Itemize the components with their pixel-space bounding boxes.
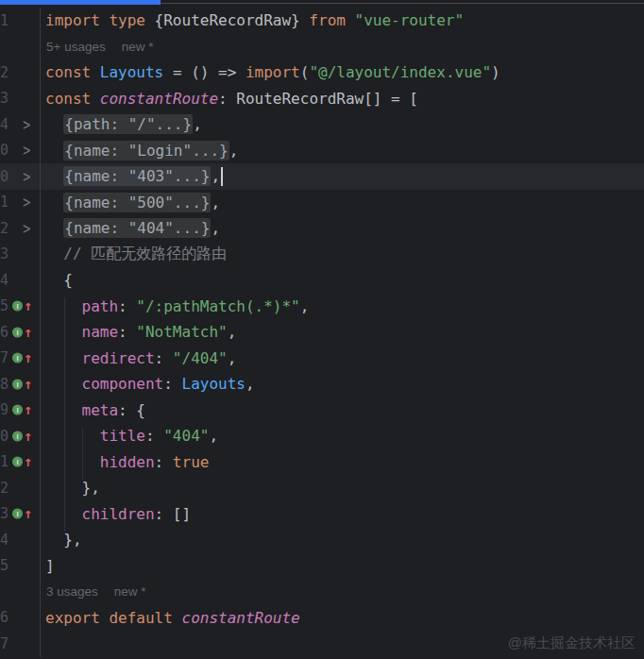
line-number[interactable]: 42 xyxy=(0,220,8,237)
code-line[interactable]: import type {RouteRecordRaw} from "vue-r… xyxy=(41,8,464,34)
usages-hint[interactable]: 5+ usages xyxy=(46,40,106,54)
override-gutter-icon[interactable]: I↑ xyxy=(12,405,32,415)
code-token: export xyxy=(45,609,100,627)
fold-arrow-icon[interactable]: > xyxy=(23,114,30,133)
line-number[interactable]: 59 xyxy=(0,401,8,418)
editor-line: 66export default constantRoute xyxy=(0,605,644,632)
editor-line: 57I↑ redirect: "/404", xyxy=(0,346,644,372)
override-gutter-icon[interactable]: I↑ xyxy=(12,353,32,363)
code-token xyxy=(45,219,63,237)
code-line[interactable]: title: "404", xyxy=(41,423,218,449)
folded-region[interactable]: {name: "Login"...} xyxy=(63,141,229,161)
override-gutter-icon[interactable]: I↑ xyxy=(12,457,32,467)
code-token: const xyxy=(45,63,91,81)
line-number[interactable]: 2 xyxy=(0,64,8,81)
folded-region[interactable]: {name: "500"...} xyxy=(63,193,211,212)
code-token: , xyxy=(211,194,220,211)
fold-arrow-icon[interactable]: > xyxy=(23,218,30,237)
code-token: }, xyxy=(45,531,82,549)
line-number[interactable]: 57 xyxy=(0,349,8,366)
code-line[interactable]: const Layouts = () => import("@/layout/i… xyxy=(41,59,500,86)
folded-region[interactable]: {name: "403"...} xyxy=(63,166,211,186)
line-number[interactable]: 55 xyxy=(0,297,8,314)
implemented-icon: I xyxy=(12,327,23,337)
usages-hint[interactable]: 3 usages xyxy=(46,584,98,599)
fold-arrow-icon[interactable]: > xyxy=(23,193,30,211)
code-line[interactable]: {name: "Login"...}, xyxy=(41,138,238,164)
code-token: import xyxy=(246,63,300,81)
line-number[interactable]: 62 xyxy=(0,480,8,497)
code-line[interactable]: ] xyxy=(41,553,55,580)
code-line[interactable] xyxy=(41,631,45,657)
inlay-row: 5+ usagesnew * xyxy=(0,34,644,60)
editor-line: 63I↑ children: [] xyxy=(0,501,644,528)
up-arrow-icon: ↑ xyxy=(24,379,32,389)
code-token: }, xyxy=(45,479,100,497)
code-token xyxy=(100,11,110,29)
code-token: path xyxy=(82,297,119,315)
code-line[interactable]: }, xyxy=(41,475,100,501)
line-number[interactable]: 61 xyxy=(0,453,8,470)
line-number[interactable]: 67 xyxy=(0,635,8,652)
code-line[interactable]: export default constantRoute xyxy=(41,605,300,632)
line-number[interactable]: 20 xyxy=(0,168,8,185)
line-number[interactable]: 10 xyxy=(0,142,8,159)
code-editor[interactable]: 1import type {RouteRecordRaw} from "vue-… xyxy=(0,5,644,659)
gutter-cell: 59I↑ xyxy=(0,397,41,424)
gutter-cell: 31> xyxy=(0,190,41,216)
code-line[interactable]: }, xyxy=(41,527,82,553)
code-token: name xyxy=(82,323,119,341)
implemented-icon: I xyxy=(12,431,23,441)
line-number[interactable]: 4 xyxy=(0,116,8,133)
editor-line: 10> {name: "Login"...}, xyxy=(0,138,644,164)
implemented-icon: I xyxy=(12,457,23,467)
code-line[interactable]: {name: "403"...}, xyxy=(41,163,223,190)
code-line[interactable]: redirect: "/404", xyxy=(41,346,236,372)
new-hint[interactable]: new * xyxy=(114,584,146,599)
code-token: const xyxy=(45,90,91,108)
code-token xyxy=(45,245,63,263)
line-number[interactable]: 56 xyxy=(0,324,8,341)
line-number[interactable]: 53 xyxy=(0,245,8,262)
line-number[interactable]: 64 xyxy=(0,532,8,549)
code-line[interactable]: {path: "/"...}, xyxy=(41,111,202,138)
code-line[interactable]: // 匹配无效路径的路由 xyxy=(41,242,227,268)
code-line[interactable]: { xyxy=(41,267,73,294)
code-line[interactable]: meta: { xyxy=(41,397,145,424)
code-token: type xyxy=(109,11,145,29)
new-hint[interactable]: new * xyxy=(122,40,154,54)
gutter-cell: 64 xyxy=(0,527,41,553)
code-line[interactable]: {name: "404"...}, xyxy=(41,215,220,242)
code-line[interactable]: const constantRoute: RouteRecordRaw[] = … xyxy=(41,86,418,112)
override-gutter-icon[interactable]: I↑ xyxy=(12,431,32,441)
code-line[interactable]: {name: "500"...}, xyxy=(41,190,220,216)
override-gutter-icon[interactable]: I↑ xyxy=(12,327,32,337)
override-gutter-icon[interactable]: I↑ xyxy=(12,379,32,389)
line-number[interactable]: 60 xyxy=(0,428,8,445)
fold-arrow-icon[interactable]: > xyxy=(23,166,30,185)
fold-arrow-icon[interactable]: > xyxy=(23,141,30,160)
indent-guide xyxy=(64,297,65,532)
folded-region[interactable]: {name: "404"...} xyxy=(63,218,211,238)
code-token: , xyxy=(228,323,237,341)
line-number[interactable]: 31 xyxy=(0,194,8,211)
line-number[interactable]: 58 xyxy=(0,376,8,393)
code-line[interactable]: component: Layouts, xyxy=(41,371,255,397)
gutter-cell: 66 xyxy=(0,605,41,632)
code-line[interactable]: children: [] xyxy=(41,501,191,528)
gutter-cell: 57I↑ xyxy=(0,346,41,372)
editor-line: 4> {path: "/"...}, xyxy=(0,111,644,138)
code-line[interactable]: hidden: true xyxy=(41,449,209,476)
override-gutter-icon[interactable]: I↑ xyxy=(12,301,32,312)
override-gutter-icon[interactable]: I↑ xyxy=(12,509,32,519)
gutter-cell xyxy=(0,34,41,60)
line-number[interactable]: 63 xyxy=(0,505,8,522)
line-number[interactable]: 54 xyxy=(0,272,8,289)
line-number[interactable]: 65 xyxy=(0,557,8,574)
line-number[interactable]: 3 xyxy=(0,90,8,107)
folded-region[interactable]: {path: "/"...} xyxy=(63,114,193,134)
code-line[interactable]: path: "/:pathMatch(.*)*", xyxy=(41,294,309,320)
line-number[interactable]: 66 xyxy=(0,609,8,626)
code-line[interactable]: name: "NotMatch", xyxy=(41,319,236,346)
line-number[interactable]: 1 xyxy=(0,12,8,29)
